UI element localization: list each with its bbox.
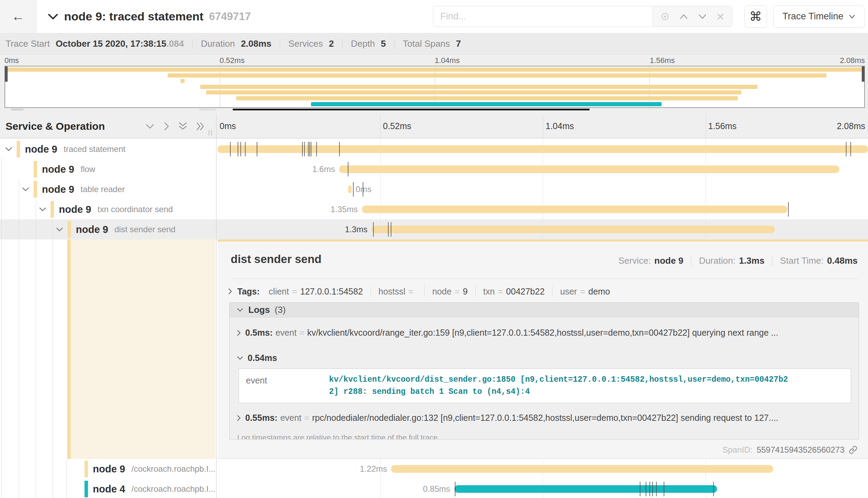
service-color-bar [17,141,20,157]
log-marker-tick [373,222,374,237]
minimap-span-bar [236,96,738,100]
span-detail-panel: dist sender send Service:node 9Duration:… [218,239,868,459]
span-row[interactable]: node 9txn coordinator send1.35ms [0,199,868,219]
span-row[interactable]: node 9flow1.6ms [0,159,868,179]
log-entry-3[interactable]: 0.55ms: event = rpc/nodedialer/nodediale… [237,413,851,423]
minimap-left-handle[interactable] [5,66,8,82]
timeline-scroll-indicator[interactable] [233,109,590,110]
minimap-span-bar [180,79,185,83]
span-tree-cell[interactable]: node 9flow [0,159,215,179]
minimap-scrub-handle[interactable] [199,109,216,110]
service-color-bar [34,181,37,198]
span-collapse-toggle[interactable] [56,227,63,233]
find-controls [653,6,732,27]
summary-item: Trace Start October 15 2020, 17:38:15.08… [6,38,184,49]
span-bar[interactable] [339,165,839,173]
keyboard-shortcuts-button[interactable]: ⌘ [744,6,767,28]
minimap-tick-labels: 0ms0.52ms1.04ms1.56ms2.08ms [0,55,868,66]
span-id-row: SpanID: 5597415943526560273 [723,445,858,455]
span-tree-cell[interactable]: node 9dist sender send [0,219,215,239]
span-name: node 9txn coordinator send [59,199,173,219]
summary-item: Services 2 [289,38,334,49]
summary-divider [192,39,193,49]
minimap-span-bar [168,73,826,78]
log-marker-tick [646,482,646,496]
operation-name: flow [80,164,95,174]
minimap-span-bar [5,67,864,72]
expand-all-icon[interactable] [196,122,205,131]
span-collapse-toggle[interactable] [5,147,12,153]
service-color-bar [51,201,54,218]
span-bar[interactable] [348,185,351,193]
logs-count: (3) [275,305,286,315]
tag-item: client=127.0.0.1:54582 [269,287,363,297]
span-duration-label: 1.3ms [345,219,367,239]
ruler-tick-label: 1.56ms [708,121,737,131]
collapse-one-icon[interactable] [145,124,154,129]
page-title: node 9: traced statement [64,10,203,23]
span-row[interactable]: node 9dist sender send1.3ms [0,219,868,239]
minimap-canvas[interactable] [5,66,865,108]
log-marker-tick [788,202,789,217]
span-row[interactable]: node 9/cockroach.roachpb.I...1.22ms [0,459,868,479]
find-prev-icon[interactable] [679,13,688,20]
logs-accordion-header[interactable]: Logs (3) [230,303,859,317]
expand-one-icon[interactable] [163,122,169,131]
minimap-right-handle[interactable] [862,66,865,82]
span-row[interactable]: node 9table reader0ms [0,179,868,199]
span-tree-cell[interactable]: node 9table reader [0,179,215,199]
deep-link-icon[interactable] [849,445,858,454]
span-bar[interactable] [454,485,717,493]
back-arrow-icon: ← [11,9,25,24]
log-marker-tick [713,482,714,496]
minimap-tick-label: 0.52ms [220,56,245,65]
chevron-right-icon [237,415,241,422]
collapse-all-icon[interactable] [178,122,187,130]
selected-span-children-band [67,239,215,459]
span-collapse-toggle[interactable] [22,187,29,193]
span-row[interactable]: node 4/cockroach.roachpb.I...0.85ms [0,479,868,498]
tags-accordion[interactable]: Tags: client=127.0.0.1:54582hostssl=node… [228,284,858,299]
equals-sign: = [299,328,304,338]
span-tree-cell[interactable]: node 9/cockroach.roachpb.I... [0,459,215,479]
span-bar[interactable] [372,226,775,233]
log-field-key: event [246,374,329,398]
column-resize-grip[interactable] [209,130,212,136]
find-group [433,6,732,27]
find-clear-icon[interactable] [717,13,724,20]
trace-collapse-toggle[interactable] [47,13,59,20]
log-entry-1[interactable]: 0.5ms: event = kv/kvclient/kvcoord/range… [237,328,851,338]
equals-sign: = [580,287,585,297]
match-locate-icon[interactable] [661,12,670,21]
tree-guide-line [67,459,67,498]
find-input[interactable] [433,6,653,27]
span-row[interactable]: node 9traced statement [0,139,868,159]
span-bar[interactable] [362,206,787,213]
log-entry-2-header[interactable]: 0.54ms [237,353,851,363]
chevron-down-icon [5,147,12,152]
minimap-tick-label: 2.08ms [840,56,865,65]
tag-item: txn=00427b22 [483,287,544,297]
view-selector-button[interactable]: Trace Timeline [773,6,865,28]
view-selector-label: Trace Timeline [782,11,843,22]
panel-divider[interactable] [216,114,216,498]
span-bar[interactable] [391,465,773,473]
span-tree-cell[interactable]: node 9traced statement [0,139,215,159]
tag-divider [424,286,425,297]
span-id-value: 5597415943526560273 [756,445,844,455]
tag-value: 9 [463,287,468,297]
span-tree-cell[interactable]: node 4/cockroach.roachpb.I... [0,479,215,498]
back-button[interactable]: ← [0,0,36,33]
minimap-scrub-handle[interactable] [11,109,24,110]
span-collapse-toggle[interactable] [39,207,46,213]
ruler-tick-label: 0.52ms [383,121,411,131]
log-timestamp: 0.5ms: [245,328,273,338]
tag-key: client [269,287,289,297]
find-next-icon[interactable] [698,13,707,20]
service-name: node 9 [25,144,57,155]
selected-span-color-strip [67,239,71,459]
span-bar[interactable] [218,145,868,153]
service-color-bar [85,461,88,477]
tag-key: node [432,287,452,297]
span-tree-cell[interactable]: node 9txn coordinator send [0,199,215,219]
